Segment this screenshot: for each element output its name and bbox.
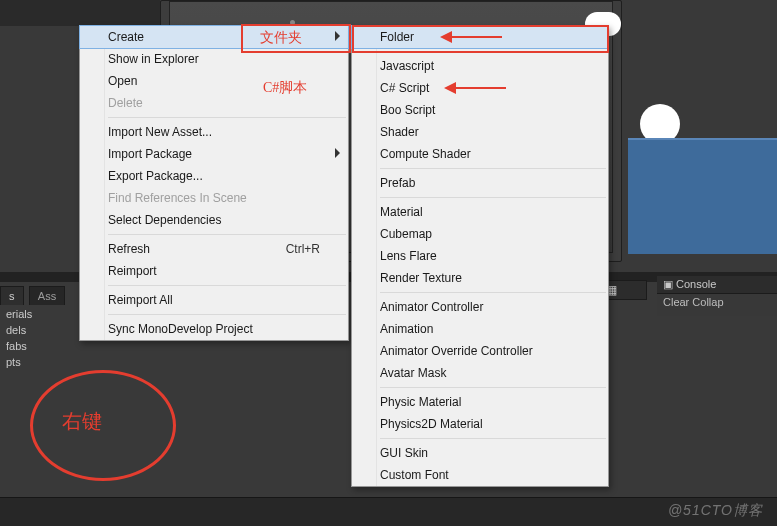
menu-item-label: C# Script <box>380 81 429 95</box>
context-menu-create-item[interactable]: Prefab <box>352 172 608 194</box>
menu-item-label: Show in Explorer <box>108 52 199 66</box>
project-folder-list[interactable]: erials dels fabs pts <box>0 306 58 370</box>
menu-item-label: Find References In Scene <box>108 191 247 205</box>
menu-item-label: Animator Override Controller <box>380 344 533 358</box>
menu-item-label: Sync MonoDevelop Project <box>108 322 253 336</box>
context-menu-create-item[interactable]: Render Texture <box>352 267 608 289</box>
context-menu-main-item[interactable]: Reimport <box>80 260 348 282</box>
menu-separator <box>108 314 346 315</box>
context-menu-create-item[interactable]: Compute Shader <box>352 143 608 165</box>
annotation-arrow-script <box>446 87 506 89</box>
annotation-text-rightclick: 右键 <box>62 408 102 435</box>
console-header[interactable]: ▣ Console <box>657 276 777 294</box>
menu-item-label: Custom Font <box>380 468 449 482</box>
annotation-text-script: C#脚本 <box>263 79 307 97</box>
menu-separator <box>380 292 606 293</box>
annotation-box-folder-row <box>352 25 609 53</box>
context-menu-main-item: Delete <box>80 92 348 114</box>
menu-item-label: Cubemap <box>380 227 432 241</box>
game-view-panel <box>628 138 777 254</box>
menu-item-label: Javascript <box>380 59 434 73</box>
menu-item-label: Create <box>108 30 144 44</box>
menu-item-label: Prefab <box>380 176 415 190</box>
menu-item-label: Boo Script <box>380 103 435 117</box>
context-menu-create-item[interactable]: Custom Font <box>352 464 608 486</box>
menu-item-label: Shader <box>380 125 419 139</box>
context-menu-create-item[interactable]: Boo Script <box>352 99 608 121</box>
menu-item-label: Animation <box>380 322 433 336</box>
menu-item-label: Refresh <box>108 242 150 256</box>
status-bar <box>0 497 777 526</box>
context-menu-create-item[interactable]: Javascript <box>352 55 608 77</box>
menu-separator <box>380 387 606 388</box>
menu-item-label: Import New Asset... <box>108 125 212 139</box>
menu-item-label: Reimport All <box>108 293 173 307</box>
context-menu-create-item[interactable]: Cubemap <box>352 223 608 245</box>
context-menu-create-item[interactable]: Lens Flare <box>352 245 608 267</box>
menu-item-label: Render Texture <box>380 271 462 285</box>
folder-item[interactable]: fabs <box>0 338 58 354</box>
context-menu-create: FolderJavascriptC# ScriptBoo ScriptShade… <box>351 25 609 487</box>
context-menu-main-item[interactable]: Sync MonoDevelop Project <box>80 318 348 340</box>
context-menu-create-item[interactable]: Physic Material <box>352 391 608 413</box>
annotation-text-folder: 文件夹 <box>260 29 302 47</box>
menu-item-label: Material <box>380 205 423 219</box>
menu-item-label: Compute Shader <box>380 147 471 161</box>
menu-separator <box>108 117 346 118</box>
menu-separator <box>108 285 346 286</box>
context-menu-create-item[interactable]: Material <box>352 201 608 223</box>
menu-separator <box>380 168 606 169</box>
context-menu-create-item[interactable]: Animator Controller <box>352 296 608 318</box>
menu-item-label: Physic Material <box>380 395 461 409</box>
console-title: Console <box>676 278 716 290</box>
menu-separator <box>380 197 606 198</box>
menu-item-label: Open <box>108 74 137 88</box>
context-menu-main-item[interactable]: Export Package... <box>80 165 348 187</box>
context-menu-main-item[interactable]: Reimport All <box>80 289 348 311</box>
console-icon: ▣ <box>663 278 673 290</box>
watermark: @51CTO博客 <box>668 502 763 520</box>
project-tab-inactive[interactable]: Ass <box>29 286 65 305</box>
menu-item-label: Delete <box>108 96 143 110</box>
folder-item[interactable]: erials <box>0 306 58 322</box>
menu-item-shortcut: Ctrl+R <box>286 238 320 260</box>
context-menu-main-item[interactable]: Import Package <box>80 143 348 165</box>
context-menu-create-item[interactable]: Animator Override Controller <box>352 340 608 362</box>
context-menu-main-item[interactable]: Import New Asset... <box>80 121 348 143</box>
console-toolbar[interactable]: Clear Collap <box>657 294 777 310</box>
annotation-arrow-folder <box>442 36 502 38</box>
menu-item-label: Animator Controller <box>380 300 483 314</box>
context-menu-create-item[interactable]: Shader <box>352 121 608 143</box>
menu-item-label: Avatar Mask <box>380 366 446 380</box>
console-panel: ▣ Console Clear Collap <box>657 276 777 316</box>
menu-separator <box>380 438 606 439</box>
folder-item[interactable]: pts <box>0 354 58 370</box>
menu-item-label: Lens Flare <box>380 249 437 263</box>
context-menu-main-item: Find References In Scene <box>80 187 348 209</box>
context-menu-main: CreateShow in ExplorerOpenDeleteImport N… <box>79 25 349 341</box>
menu-item-label: Select Dependencies <box>108 213 221 227</box>
project-tab-active[interactable]: s <box>0 286 24 305</box>
context-menu-create-item[interactable]: Physics2D Material <box>352 413 608 435</box>
submenu-arrow-icon <box>335 148 340 158</box>
menu-item-label: Export Package... <box>108 169 203 183</box>
context-menu-main-item[interactable]: Open <box>80 70 348 92</box>
top-dark-bar <box>0 0 160 26</box>
folder-item[interactable]: dels <box>0 322 58 338</box>
menu-item-label: Physics2D Material <box>380 417 483 431</box>
menu-separator <box>108 234 346 235</box>
menu-item-label: GUI Skin <box>380 446 428 460</box>
context-menu-main-item[interactable]: Select Dependencies <box>80 209 348 231</box>
annotation-ellipse-rightclick <box>30 370 176 481</box>
context-menu-main-item[interactable]: RefreshCtrl+R <box>80 238 348 260</box>
context-menu-create-item[interactable]: Avatar Mask <box>352 362 608 384</box>
context-menu-create-item[interactable]: Animation <box>352 318 608 340</box>
context-menu-create-item[interactable]: GUI Skin <box>352 442 608 464</box>
menu-item-label: Reimport <box>108 264 157 278</box>
menu-item-label: Import Package <box>108 147 192 161</box>
